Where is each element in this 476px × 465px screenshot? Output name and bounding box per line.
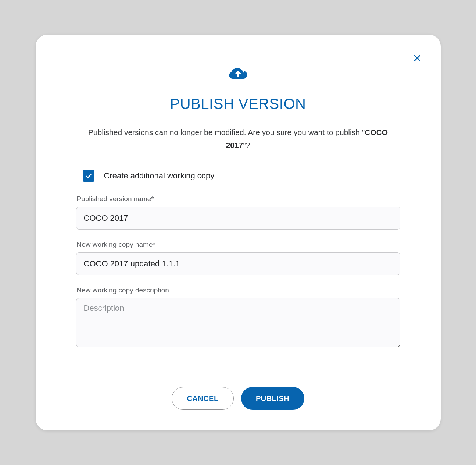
dialog-message: Published versions can no longer be modi… (76, 126, 400, 152)
new-working-copy-description-label: New working copy description (76, 286, 400, 294)
cancel-button[interactable]: CANCEL (172, 387, 233, 410)
header-icon-container (76, 66, 400, 81)
publish-button[interactable]: PUBLISH (241, 387, 304, 410)
new-working-copy-name-label: New working copy name* (76, 241, 400, 249)
create-working-copy-checkbox[interactable] (83, 170, 94, 182)
cloud-upload-icon (229, 66, 247, 81)
new-working-copy-name-group: New working copy name* (76, 241, 400, 275)
message-prefix: Published versions can no longer be modi… (88, 128, 365, 136)
button-row: CANCEL PUBLISH (76, 387, 400, 410)
published-version-name-input[interactable] (76, 207, 400, 230)
published-version-name-group: Published version name* (76, 195, 400, 230)
new-working-copy-description-textarea[interactable] (76, 298, 400, 347)
dialog-title: PUBLISH VERSION (76, 96, 400, 112)
message-suffix: "? (243, 141, 250, 149)
checkmark-icon (85, 172, 93, 180)
publish-version-dialog: PUBLISH VERSION Published versions can n… (36, 35, 441, 430)
checkbox-label: Create additional working copy (104, 171, 215, 181)
checkbox-row: Create additional working copy (76, 170, 400, 182)
new-working-copy-name-input[interactable] (76, 252, 400, 275)
new-working-copy-description-group: New working copy description (76, 286, 400, 349)
close-button[interactable] (412, 53, 422, 63)
close-icon (413, 54, 422, 63)
published-version-name-label: Published version name* (76, 195, 400, 203)
